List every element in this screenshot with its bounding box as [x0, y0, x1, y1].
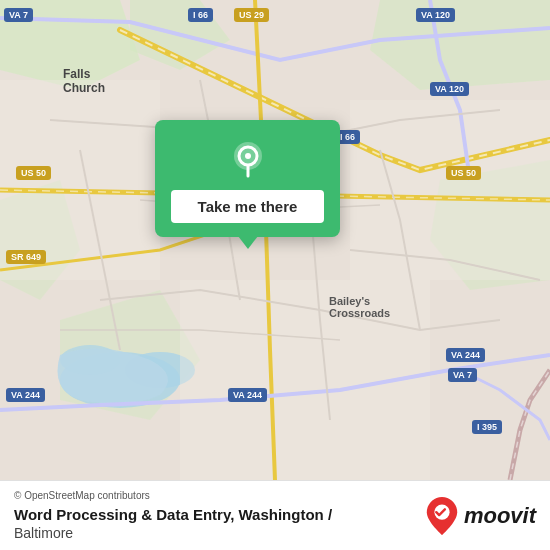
badge-va244-right: VA 244	[446, 348, 485, 362]
location-pin-icon	[226, 138, 270, 182]
map-container: VA 7 I 66 US 29 VA 120 VA 120 US 50 US 5…	[0, 0, 550, 480]
badge-us50-right: US 50	[446, 166, 481, 180]
badge-va244-mid: VA 244	[228, 388, 267, 402]
moovit-logo: moovit	[426, 497, 536, 535]
bottom-left-info: © OpenStreetMap contributors Word Proces…	[14, 490, 426, 541]
bottom-bar: © OpenStreetMap contributors Word Proces…	[0, 480, 550, 550]
location-title: Word Processing & Data Entry, Washington…	[14, 505, 426, 525]
moovit-brand-text: moovit	[464, 503, 536, 529]
svg-point-17	[245, 153, 251, 159]
label-falls-church: FallsChurch	[60, 66, 108, 96]
osm-attribution: © OpenStreetMap contributors	[14, 490, 426, 501]
badge-va120-top: VA 120	[416, 8, 455, 22]
badge-i66-top: I 66	[188, 8, 213, 22]
location-subtitle: Baltimore	[14, 525, 426, 541]
badge-va120-mid: VA 120	[430, 82, 469, 96]
moovit-pin-icon	[426, 497, 458, 535]
badge-sr649: SR 649	[6, 250, 46, 264]
badge-va244-left: VA 244	[6, 388, 45, 402]
label-baileys-crossroads: Bailey'sCrossroads	[326, 294, 393, 320]
badge-va7-top: VA 7	[4, 8, 33, 22]
badge-us50-left: US 50	[16, 166, 51, 180]
badge-va7-right: VA 7	[448, 368, 477, 382]
badge-i395: I 395	[472, 420, 502, 434]
badge-us29: US 29	[234, 8, 269, 22]
take-me-there-button[interactable]: Take me there	[171, 190, 324, 223]
popup-card: Take me there	[155, 120, 340, 237]
